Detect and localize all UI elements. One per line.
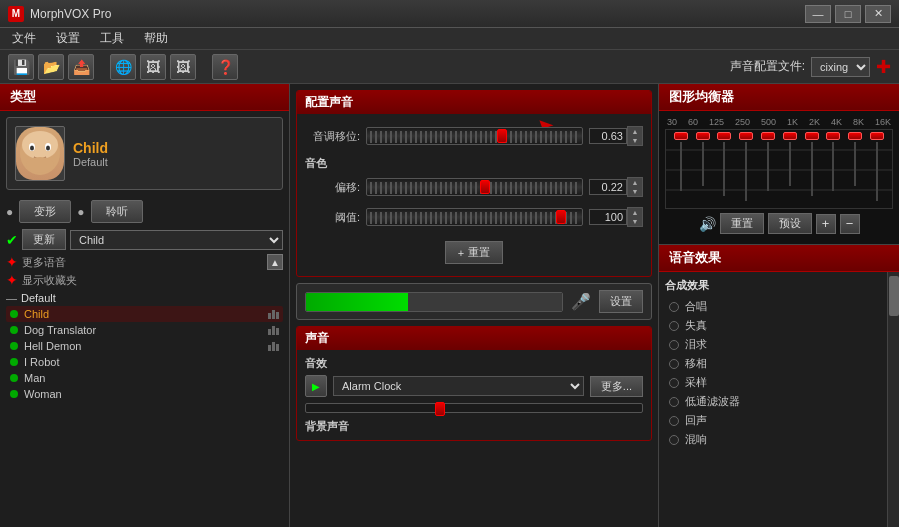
tone-offset-label: 偏移:	[305, 180, 360, 195]
tone-offset-spin-down[interactable]: ▼	[628, 187, 642, 196]
update-button[interactable]: 更新	[22, 229, 66, 250]
voice-item-helldemon[interactable]: Hell Demon	[6, 338, 283, 354]
threshold-spin-down[interactable]: ▼	[628, 217, 642, 226]
eq-band-2	[696, 132, 710, 206]
pitch-spin-down[interactable]: ▼	[628, 136, 642, 145]
menu-help[interactable]: 帮助	[140, 28, 172, 49]
eq-reset-button[interactable]: 重置	[720, 213, 764, 234]
tone-offset-row: 偏移: ▲ ▼	[305, 177, 643, 197]
voice-item-child[interactable]: Child	[6, 306, 283, 322]
effects-section: 语音效果 合成效果 合唱 失真 泪求	[659, 245, 899, 527]
minimize-button[interactable]: —	[805, 5, 831, 23]
eq-thumb-5[interactable]	[761, 132, 775, 140]
radio-dot	[669, 416, 679, 426]
effect-item-distortion[interactable]: 失真	[665, 316, 881, 335]
toolbar-open[interactable]: 📂	[38, 54, 64, 80]
pitch-spin-up[interactable]: ▲	[628, 127, 642, 136]
effects-scrollbar[interactable]	[887, 272, 899, 527]
toolbar-img2[interactable]: 🖼	[170, 54, 196, 80]
toolbar-help[interactable]: ❓	[212, 54, 238, 80]
effect-item-reverb[interactable]: 混响	[665, 430, 881, 449]
effect-item-chorus[interactable]: 合唱	[665, 297, 881, 316]
close-button[interactable]: ✕	[865, 5, 891, 23]
config-reset-button[interactable]: + 重置	[445, 241, 503, 264]
title-bar: M MorphVOX Pro — □ ✕	[0, 0, 899, 28]
eq-band-10	[870, 132, 884, 206]
sound-volume-thumb[interactable]	[435, 402, 445, 416]
menu-file[interactable]: 文件	[8, 28, 40, 49]
menu-tools[interactable]: 工具	[96, 28, 128, 49]
more-voices-label[interactable]: 更多语音	[22, 255, 66, 270]
toolbar-network[interactable]: 🌐	[110, 54, 136, 80]
voice-list-controls: ✦ 更多语音 ▲	[0, 252, 289, 272]
update-bar: ✔ 更新 Child	[6, 229, 283, 250]
sound-volume-slider[interactable]	[305, 403, 643, 413]
threshold-input[interactable]	[589, 209, 627, 225]
eq-thumb-7[interactable]	[805, 132, 819, 140]
threshold-thumb[interactable]	[556, 210, 566, 224]
eq-band-5	[761, 132, 775, 206]
item-bars	[268, 342, 279, 351]
eq-thumb-6[interactable]	[783, 132, 797, 140]
eq-thumb-9[interactable]	[848, 132, 862, 140]
toolbar-export[interactable]: 📤	[68, 54, 94, 80]
voice-item-woman[interactable]: Woman	[6, 386, 283, 402]
more-sounds-button[interactable]: 更多...	[590, 376, 643, 397]
scroll-up-button[interactable]: ▲	[267, 254, 283, 270]
play-button[interactable]: ▶	[305, 375, 327, 397]
tone-offset-spin-up[interactable]: ▲	[628, 178, 642, 187]
toolbar-img1[interactable]: 🖼	[140, 54, 166, 80]
pitch-value-input[interactable]	[589, 128, 627, 144]
profile-select[interactable]: cixing	[811, 57, 870, 77]
eq-thumb-1[interactable]	[674, 132, 688, 140]
volume-settings-button[interactable]: 设置	[599, 290, 643, 313]
item-bars	[268, 310, 279, 319]
tone-offset-slider[interactable]	[366, 178, 583, 196]
maximize-button[interactable]: □	[835, 5, 861, 23]
threshold-slider[interactable]	[366, 208, 583, 226]
section-header-default: — Default	[6, 290, 283, 306]
effect-item-lowpass[interactable]: 低通滤波器	[665, 392, 881, 411]
effect-item-echo[interactable]: 回声	[665, 411, 881, 430]
pitch-thumb[interactable]	[497, 129, 507, 143]
mic-icon[interactable]: 🎤	[571, 292, 591, 311]
menu-settings[interactable]: 设置	[52, 28, 84, 49]
eq-remove-button[interactable]: −	[840, 214, 860, 234]
voice-item-name: Hell Demon	[24, 340, 81, 352]
transform-button[interactable]: 变形	[19, 200, 71, 223]
voice-item-dog[interactable]: Dog Translator	[6, 322, 283, 338]
effect-item-phaser[interactable]: 移相	[665, 354, 881, 373]
reset-btn-row: + 重置	[305, 237, 643, 268]
threshold-spin-up[interactable]: ▲	[628, 208, 642, 217]
eq-thumb-3[interactable]	[717, 132, 731, 140]
effect-item-sample[interactable]: 采样	[665, 373, 881, 392]
tone-offset-thumb[interactable]	[480, 180, 490, 194]
eq-thumb-10[interactable]	[870, 132, 884, 140]
eq-add-button[interactable]: +	[816, 214, 836, 234]
tone-offset-spinners: ▲ ▼	[627, 177, 643, 197]
eq-thumb-2[interactable]	[696, 132, 710, 140]
toolbar-save[interactable]: 💾	[8, 54, 34, 80]
volume-track[interactable]	[305, 292, 563, 312]
eq-thumb-4[interactable]	[739, 132, 753, 140]
show-favorites-label[interactable]: 显示收藏夹	[22, 273, 77, 288]
eq-preset-button[interactable]: 预设	[768, 213, 812, 234]
radio-dot	[669, 302, 679, 312]
effects-scroll-thumb[interactable]	[889, 276, 899, 316]
tone-offset-value-group: ▲ ▼	[589, 177, 643, 197]
more-voices-dot: ✦	[6, 254, 18, 270]
voice-item-name: I Robot	[24, 356, 59, 368]
eq-thumb-8[interactable]	[826, 132, 840, 140]
listen-button[interactable]: 聆听	[91, 200, 143, 223]
sound-select[interactable]: Alarm Clock	[333, 376, 584, 396]
voice-item-irobot[interactable]: I Robot	[6, 354, 283, 370]
sound-section: 声音 音效 ▶ Alarm Clock 更多... 背景声音	[296, 326, 652, 441]
tone-offset-input[interactable]	[589, 179, 627, 195]
eq-band-6	[783, 132, 797, 206]
eq-freq-labels: 30 60 125 250 500 1K 2K 4K 8K 16K	[665, 117, 893, 127]
effect-item-tearseek[interactable]: 泪求	[665, 335, 881, 354]
voice-item-man[interactable]: Man	[6, 370, 283, 386]
pitch-spinners: ▲ ▼	[627, 126, 643, 146]
voice-type-dropdown[interactable]: Child	[70, 230, 283, 250]
pitch-slider[interactable]	[366, 127, 583, 145]
